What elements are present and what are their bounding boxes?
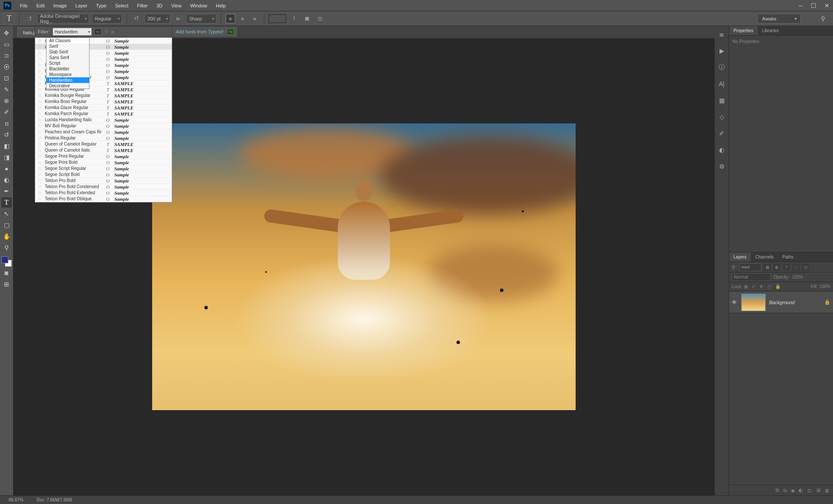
3d-text-icon[interactable]: ◫ bbox=[315, 13, 325, 24]
menu-help[interactable]: Help bbox=[212, 1, 230, 10]
filter-adjustment-icon[interactable]: ◐ bbox=[773, 264, 780, 271]
blur-tool[interactable]: ● bbox=[1, 163, 12, 174]
workspace-switcher[interactable]: Awake bbox=[757, 14, 801, 23]
favorite-star-icon[interactable]: ☆ bbox=[38, 172, 42, 177]
align-center-button[interactable]: ≡ bbox=[238, 14, 247, 23]
pen-tool[interactable]: ✒ bbox=[1, 186, 12, 196]
favorite-filter-icon[interactable]: ☆ bbox=[104, 29, 109, 35]
tab-channels[interactable]: Channels bbox=[751, 252, 778, 262]
tab-layers[interactable]: Layers bbox=[729, 252, 751, 262]
font-list-item[interactable]: ☆Tekton Pro Bold ExtendedOSample bbox=[35, 190, 172, 196]
quick-select-tool[interactable]: ⦿ bbox=[1, 62, 12, 72]
typekit-link-text[interactable]: Add fonts from Typekit: bbox=[176, 29, 224, 34]
zoom-percentage[interactable]: 66.67% bbox=[9, 497, 23, 502]
font-list-item[interactable]: ☆Pristina RegularOSample bbox=[35, 135, 172, 141]
opacity-value[interactable]: 100% bbox=[792, 275, 803, 279]
visibility-eye-icon[interactable]: 👁 bbox=[732, 299, 738, 305]
tab-paths[interactable]: Paths bbox=[778, 252, 798, 262]
fill-value[interactable]: 100% bbox=[819, 284, 830, 289]
close-icon[interactable]: ✕ bbox=[824, 2, 830, 9]
crop-tool[interactable]: ⊡ bbox=[1, 73, 12, 83]
tab-properties[interactable]: Properties bbox=[729, 26, 758, 35]
character-panel-icon[interactable]: ▦ bbox=[302, 13, 312, 24]
favorite-star-icon[interactable]: ☆ bbox=[38, 105, 42, 110]
font-list-item[interactable]: ☆MV Boli RegularOSample bbox=[35, 123, 172, 129]
favorite-star-icon[interactable]: ☆ bbox=[38, 111, 42, 116]
font-family-dropdown[interactable]: Adobe Devanagari Reg... bbox=[37, 14, 89, 23]
align-right-button[interactable]: ≡ bbox=[250, 14, 260, 23]
menu-file[interactable]: File bbox=[16, 1, 32, 10]
menu-edit[interactable]: Edit bbox=[32, 1, 49, 10]
tab-libraries[interactable]: Libraries bbox=[758, 26, 783, 35]
favorite-star-icon[interactable]: ☆ bbox=[38, 75, 42, 80]
shape-tool[interactable]: ▢ bbox=[1, 220, 12, 230]
clone-tool[interactable]: ⧈ bbox=[1, 118, 12, 129]
font-size-dropdown[interactable]: 200 pt bbox=[144, 14, 170, 23]
brush-tool[interactable]: ✐ bbox=[1, 107, 12, 117]
favorite-star-icon[interactable]: ☆ bbox=[38, 136, 42, 140]
font-list-item[interactable]: ☆Peaches and Cream Caps RegularOSample bbox=[35, 129, 172, 135]
typekit-badge-icon[interactable]: Tk bbox=[94, 29, 101, 35]
menu-select[interactable]: Select bbox=[111, 1, 133, 10]
lock-position-icon[interactable]: ✥ bbox=[760, 284, 766, 289]
blend-mode-dropdown[interactable]: Normal bbox=[732, 273, 771, 281]
info-panel-icon[interactable]: ⓘ bbox=[717, 63, 726, 72]
favorite-star-icon[interactable]: ☆ bbox=[38, 178, 42, 183]
brush-panel-icon[interactable]: ✐ bbox=[717, 129, 726, 138]
filter-pixel-icon[interactable]: ▦ bbox=[764, 264, 771, 271]
eraser-tool[interactable]: ◧ bbox=[1, 141, 12, 151]
favorite-star-icon[interactable]: ☆ bbox=[38, 166, 42, 171]
path-tool[interactable]: ↖ bbox=[1, 209, 12, 219]
screen-mode-icon[interactable]: ⊞ bbox=[1, 279, 12, 289]
favorite-star-icon[interactable]: ☆ bbox=[38, 38, 42, 43]
layer-thumbnail[interactable] bbox=[741, 294, 766, 311]
font-list-item[interactable]: ☆Segoe Print BoldOSample bbox=[35, 159, 172, 166]
maximize-icon[interactable]: ☐ bbox=[811, 2, 816, 9]
favorite-star-icon[interactable]: ☆ bbox=[38, 56, 42, 61]
marquee-tool[interactable]: ▭ bbox=[1, 39, 12, 50]
font-list-item[interactable]: ☆Queen of Camelot RegularTSAMPLE bbox=[35, 141, 172, 147]
font-class-slab-serif[interactable]: Slab Serif bbox=[47, 49, 89, 55]
font-class-decorative[interactable]: Decorative bbox=[47, 83, 89, 89]
font-list-item[interactable]: ☆Komika Glaze RegularTSAMPLE bbox=[35, 105, 172, 111]
filter-shape-icon[interactable]: ▢ bbox=[793, 264, 800, 271]
lock-artboard-icon[interactable]: ◫ bbox=[767, 284, 773, 289]
favorite-star-icon[interactable]: ☆ bbox=[38, 142, 42, 146]
menu-layer[interactable]: Layer bbox=[71, 1, 92, 10]
typekit-add-icon[interactable]: Tk bbox=[227, 29, 234, 35]
menu-type[interactable]: Type bbox=[92, 1, 111, 10]
font-list-item[interactable]: ☆Lucida Handwriting ItalicOSample bbox=[35, 117, 172, 123]
favorite-star-icon[interactable]: ☆ bbox=[38, 154, 42, 159]
eyedropper-tool[interactable]: ✎ bbox=[1, 84, 12, 95]
font-list-item[interactable]: ☆Segoe Print RegularOSample bbox=[35, 153, 172, 159]
favorite-star-icon[interactable]: ☆ bbox=[38, 81, 42, 86]
gradient-tool[interactable]: ◨ bbox=[1, 152, 12, 162]
menu-window[interactable]: Window bbox=[186, 1, 211, 10]
layer-fx-icon[interactable]: fx bbox=[783, 488, 787, 493]
font-class-serif[interactable]: Serif bbox=[47, 43, 89, 49]
favorite-star-icon[interactable]: ☆ bbox=[38, 190, 42, 195]
font-class-monospace[interactable]: Monospace bbox=[47, 72, 89, 77]
new-layer-icon[interactable]: ⊞ bbox=[816, 487, 820, 493]
lock-icon[interactable]: 🔒 bbox=[824, 299, 830, 305]
font-class-handwritten[interactable]: Handwritten bbox=[47, 77, 89, 83]
move-tool[interactable]: ✥ bbox=[1, 28, 12, 38]
favorite-star-icon[interactable]: ☆ bbox=[38, 160, 42, 165]
search-icon[interactable]: ⚲ bbox=[732, 265, 737, 270]
anti-alias-dropdown[interactable]: Sharp bbox=[186, 14, 217, 23]
swatches-panel-icon[interactable]: ▦ bbox=[717, 96, 726, 105]
color-panel-icon[interactable]: ◇ bbox=[717, 112, 726, 122]
layer-name[interactable]: Background bbox=[769, 300, 795, 305]
favorite-star-icon[interactable]: ☆ bbox=[38, 99, 42, 104]
layer-mask-icon[interactable]: ◙ bbox=[791, 488, 794, 493]
character-panel-icon[interactable]: A| bbox=[717, 79, 726, 89]
favorite-star-icon[interactable]: ☆ bbox=[38, 196, 42, 201]
font-class-sans-serif[interactable]: Sans Serif bbox=[47, 55, 89, 60]
favorite-star-icon[interactable]: ☆ bbox=[38, 184, 42, 189]
favorite-star-icon[interactable]: ☆ bbox=[38, 117, 42, 122]
font-class-all[interactable]: All Classes bbox=[47, 38, 89, 43]
font-class-script[interactable]: Script bbox=[47, 60, 89, 66]
font-filter-dropdown[interactable]: Handwritten bbox=[53, 28, 92, 36]
history-brush-tool[interactable]: ↺ bbox=[1, 129, 12, 140]
favorite-star-icon[interactable]: ☆ bbox=[38, 63, 42, 67]
